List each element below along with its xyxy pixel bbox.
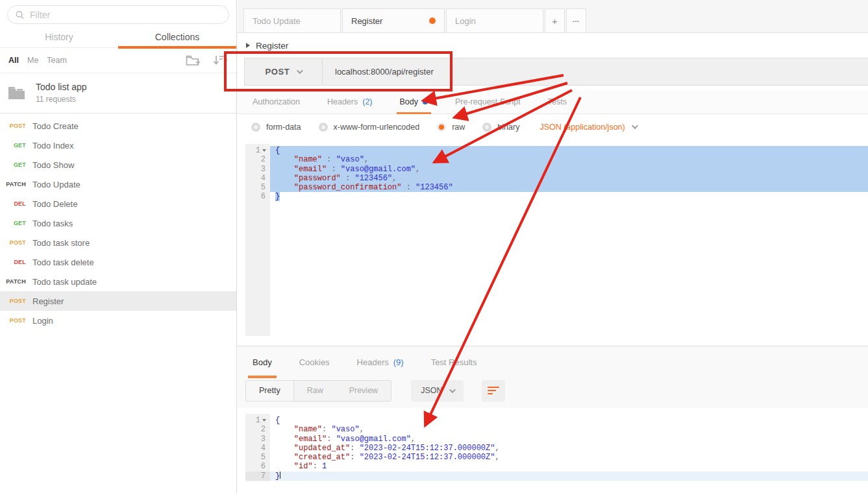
filter-box[interactable]	[7, 5, 229, 24]
view-pretty[interactable]: Pretty	[246, 381, 294, 401]
response-tab-cookies[interactable]: Cookies	[286, 346, 343, 378]
line-number-text: 2	[261, 155, 266, 164]
body-mode-raw[interactable]: raw	[437, 123, 465, 132]
request-list-item[interactable]: GETTodo Show	[0, 155, 236, 174]
line-number: 5	[245, 453, 270, 462]
folder-icon	[8, 86, 25, 100]
code-token: "vaso"	[336, 155, 364, 164]
response-tab-body[interactable]: Body	[239, 346, 286, 378]
tab-label: Test Results	[431, 357, 477, 367]
request-list-item[interactable]: DELTodo Delete	[0, 194, 236, 213]
tab-options-button[interactable]: •••	[566, 8, 586, 32]
wrap-icon	[488, 387, 499, 388]
view-raw[interactable]: Raw	[294, 381, 336, 401]
code-token: :	[322, 155, 336, 164]
line-number: 1	[245, 416, 270, 425]
code-token: "vaso"	[331, 425, 359, 434]
line-number-text: 5	[261, 453, 266, 462]
code-token: "123456"	[415, 183, 453, 192]
code-token: :	[313, 462, 322, 471]
body-mode-binary[interactable]: binary	[482, 123, 519, 132]
request-tabstrip: Todo UpdateRegisterLogin + •••	[238, 0, 868, 33]
code-token: 1	[322, 462, 327, 471]
request-name: Todo task update	[32, 277, 97, 287]
request-list-item[interactable]: PATCHTodo Update	[0, 174, 236, 194]
response-format-select[interactable]: JSON	[411, 380, 464, 402]
code-line: "name": "vaso",	[270, 425, 868, 434]
response-body-viewer[interactable]: 1234567 { "name": "vaso", "email": "vaso…	[245, 414, 868, 481]
code-token: "email"	[294, 435, 327, 444]
line-number-text: 5	[261, 183, 266, 192]
scope-filter-all[interactable]: All	[8, 56, 19, 65]
tab-label: Cookies	[299, 357, 330, 367]
response-body-code: { "name": "vaso", "email": "vaso@gmail.c…	[270, 414, 868, 481]
line-number: 4	[245, 174, 270, 183]
tab-authorization[interactable]: Authorization	[239, 90, 314, 114]
request-list-item[interactable]: DELTodo task delete	[0, 252, 236, 272]
sidebar-tab-history[interactable]: History	[0, 27, 118, 47]
code-token: ,	[495, 444, 499, 453]
method-badge: POST	[0, 239, 26, 246]
filter-input[interactable]	[30, 10, 221, 20]
code-token: ,	[364, 155, 369, 164]
response-tab-test-results[interactable]: Test Results	[417, 346, 491, 378]
tab-headers[interactable]: Headers(2)	[314, 90, 386, 114]
request-name: Login	[32, 316, 53, 326]
tab-label: Todo Update	[253, 16, 301, 26]
code-token	[275, 462, 294, 471]
new-tab-button[interactable]: +	[545, 8, 565, 32]
line-number-text: 7	[261, 472, 266, 481]
scope-filter-team[interactable]: Team	[47, 56, 67, 65]
code-token: ,	[495, 453, 499, 462]
chevron-down-icon	[449, 387, 456, 393]
sort-icon[interactable]	[214, 55, 228, 66]
request-list-item[interactable]: POSTLogin	[0, 311, 236, 330]
request-list-item[interactable]: GETTodo Index	[0, 136, 236, 155]
request-list-item[interactable]: POSTTodo Create	[0, 116, 236, 136]
line-number: 2	[245, 425, 270, 434]
request-name: Todo tasks	[32, 219, 73, 228]
request-name: Todo Create	[32, 121, 79, 131]
response-toolbar: PrettyRawPreview JSON	[238, 378, 868, 408]
code-token: "2023-02-24T15:12:37.000000Z"	[360, 444, 495, 453]
tab-body[interactable]: Body	[386, 90, 442, 114]
body-mode-xwwwformurlencoded[interactable]: x-www-form-urlencoded	[319, 123, 420, 132]
request-section-header[interactable]: Register	[238, 33, 868, 58]
tab-label: Headers	[327, 97, 358, 106]
request-list-item[interactable]: POSTTodo task store	[0, 233, 236, 252]
code-token: ,	[415, 165, 420, 174]
code-token: :	[322, 425, 331, 434]
request-name: Register	[32, 296, 64, 306]
scope-filter-me[interactable]: Me	[27, 56, 38, 65]
sidebar-tab-collections[interactable]: Collections	[118, 27, 236, 47]
response-tab-headers[interactable]: Headers(9)	[343, 346, 417, 378]
line-number-text: 6	[261, 192, 266, 201]
tab-label: Body	[253, 357, 272, 367]
body-modes: form-datax-www-form-urlencodedrawbinary	[251, 123, 519, 132]
request-list-item[interactable]: GETTodo tasks	[0, 213, 236, 233]
request-title: Register	[256, 41, 288, 51]
request-name: Todo task delete	[32, 258, 94, 267]
tab-label: Body	[400, 97, 419, 106]
request-list-item[interactable]: PATCHTodo task update	[0, 272, 236, 291]
request-list-item[interactable]: POSTRegister	[0, 291, 236, 311]
open-tab-register[interactable]: Register	[342, 8, 445, 32]
url-input[interactable]: localhost:8000/api/register	[323, 67, 434, 77]
code-line: "email": "vaso@gmail.com",	[270, 435, 868, 444]
request-body-editor[interactable]: 123456 { "name" : "vaso", "email" : "vas…	[245, 144, 868, 336]
open-tab-login[interactable]: Login	[446, 8, 543, 32]
tab-tests[interactable]: Tests	[534, 90, 580, 114]
body-mode-formdata[interactable]: form-data	[251, 123, 301, 132]
tab-count: (9)	[393, 357, 404, 367]
wrap-lines-button[interactable]	[482, 380, 505, 402]
line-number-text: 4	[261, 174, 266, 183]
view-preview[interactable]: Preview	[336, 381, 391, 401]
content-type-select[interactable]: JSON (application/json)	[539, 123, 636, 132]
open-tab-todo-update[interactable]: Todo Update	[243, 8, 341, 32]
collection-item[interactable]: Todo list app 11 requests	[0, 73, 236, 114]
tab-pre-request-script[interactable]: Pre-request Script	[441, 90, 534, 114]
request-name: Todo Index	[32, 141, 74, 150]
chevron-down-icon	[632, 123, 638, 129]
new-folder-icon[interactable]	[186, 54, 201, 67]
method-select[interactable]: POST	[245, 58, 323, 85]
